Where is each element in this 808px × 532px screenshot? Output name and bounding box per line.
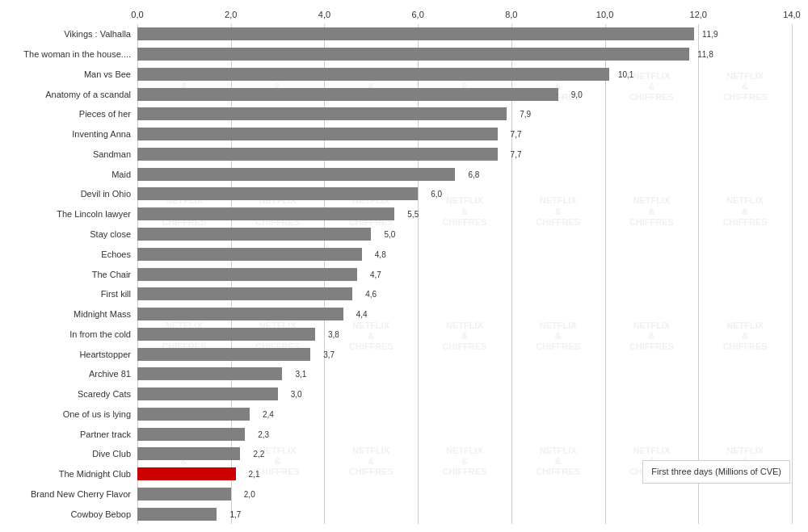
bar-row: 10,1 [137, 68, 792, 81]
bar-row: 3,1 [137, 367, 792, 380]
y-label: Heartstopper [79, 350, 131, 359]
bar: 2,4 [137, 408, 250, 421]
bar: 2,1 [137, 467, 236, 480]
y-label: Cowboy Bebop [70, 509, 131, 519]
x-tick: 10,0 [596, 10, 613, 19]
bar-value-label: 4,4 [356, 310, 368, 319]
bar-row: 3,7 [137, 348, 792, 361]
bar-value-label: 7,7 [511, 130, 522, 139]
bar-row: 3,0 [137, 387, 792, 400]
legend-box: First three days (Millions of CVE) [642, 460, 790, 484]
bar-row: 4,6 [137, 287, 792, 300]
bar-row: 5,0 [137, 228, 792, 241]
bar-row: 7,7 [137, 148, 792, 161]
bar-value-label: 5,5 [407, 210, 419, 219]
y-label: Midnight Mass [74, 309, 131, 319]
y-label: Vikings : Valhalla [64, 29, 131, 39]
bar: 5,5 [137, 207, 394, 220]
bar: 4,6 [137, 287, 352, 300]
bar-row: 2,0 [137, 488, 792, 501]
bar-row: 7,7 [137, 128, 792, 140]
bar-value-label: 3,1 [295, 370, 306, 379]
y-label: First kill [101, 289, 131, 299]
bar-row: 2,3 [137, 428, 792, 441]
bar: 11,8 [137, 48, 689, 61]
y-label: Brand New Cherry Flavor [31, 489, 131, 499]
bar-value-label: 10,1 [618, 69, 633, 78]
bar-value-label: 2,3 [258, 429, 269, 438]
bar-row: 9,0 [137, 88, 792, 101]
bar-value-label: 2,1 [249, 470, 260, 479]
bar-value-label: 4,8 [375, 249, 386, 258]
bar-row: 6,8 [137, 168, 792, 181]
bar: 7,7 [137, 128, 498, 140]
y-label: Devil in Ohio [81, 189, 131, 199]
y-label: The woman in the house.... [23, 49, 131, 59]
y-label: The Lincoln lawyer [57, 209, 131, 219]
bar-row: 6,0 [137, 187, 792, 200]
bar: 5,0 [137, 228, 371, 241]
bar: 2,0 [137, 488, 231, 501]
y-label: Partner track [80, 429, 131, 439]
bar-value-label: 11,8 [697, 50, 713, 59]
x-axis: 0,02,04,06,08,010,012,014,0 [137, 6, 792, 24]
y-label: Maid [112, 170, 131, 179]
bar-value-label: 5,0 [384, 229, 395, 238]
y-label: Anatomy of a scandal [45, 90, 131, 99]
x-tick: 2,0 [225, 10, 237, 19]
bar: 2,2 [137, 447, 240, 460]
x-tick: 6,0 [411, 10, 423, 19]
chart-container: NETFLIX&CHIFFRESNETFLIX&CHIFFRESNETFLIX&… [0, 0, 808, 532]
bar: 3,7 [137, 348, 310, 361]
x-tick: 12,0 [690, 10, 707, 19]
bar: 3,1 [137, 367, 282, 380]
bar-value-label: 4,7 [370, 270, 381, 279]
bar-value-label: 2,4 [263, 409, 274, 418]
bar-value-label: 3,8 [328, 329, 339, 338]
bar-value-label: 7,7 [511, 149, 522, 158]
y-label: One of us is lying [63, 409, 131, 419]
legend-text: First three days (Millions of CVE) [651, 467, 781, 476]
bar-value-label: 11,9 [702, 30, 718, 39]
bar: 9,0 [137, 88, 558, 101]
x-tick: 0,0 [131, 10, 143, 19]
bar: 1,7 [137, 508, 217, 521]
bar-row: 2,2 [137, 447, 792, 460]
bar: 3,0 [137, 387, 278, 400]
bar-value-label: 6,0 [431, 190, 442, 199]
y-label: Archive 81 [89, 369, 131, 379]
bar: 10,1 [137, 68, 609, 81]
bar-row: 1,7 [137, 508, 792, 521]
bar: 6,8 [137, 168, 455, 181]
bar: 11,9 [137, 27, 694, 40]
bar: 7,9 [137, 107, 507, 120]
bar: 7,7 [137, 148, 498, 161]
bar-row: 11,9 [137, 27, 792, 40]
y-label: In from the cold [69, 329, 131, 339]
grid-line [792, 24, 793, 524]
bar: 4,7 [137, 268, 357, 281]
bar-row: 4,4 [137, 308, 792, 320]
y-label: Dive Club [92, 449, 131, 459]
y-label: Sandman [93, 149, 131, 159]
y-label: Echoes [101, 249, 131, 259]
y-labels: Vikings : ValhallaThe woman in the house… [0, 24, 136, 524]
bar-row: 11,8 [137, 48, 792, 61]
y-label: Inventing Anna [72, 129, 131, 139]
bar-value-label: 1,7 [229, 509, 241, 518]
bar-value-label: 9,0 [571, 90, 583, 98]
y-label: The Midnight Club [59, 469, 131, 479]
bar: 4,8 [137, 248, 362, 261]
y-label: Scaredy Cats [78, 389, 131, 399]
bar-row: 3,8 [137, 328, 792, 341]
x-tick: 4,0 [318, 10, 330, 19]
bar-value-label: 3,7 [323, 350, 335, 358]
y-label: Stay close [90, 229, 131, 239]
bars-area: 11,911,810,19,07,97,77,76,86,05,55,04,84… [137, 24, 792, 524]
y-label: The Chair [92, 270, 131, 279]
bar: 2,3 [137, 428, 245, 441]
y-label: Man vs Bee [84, 69, 131, 79]
bar-value-label: 6,8 [469, 170, 480, 178]
x-tick: 8,0 [505, 10, 517, 19]
y-label: Pieces of her [79, 109, 131, 119]
